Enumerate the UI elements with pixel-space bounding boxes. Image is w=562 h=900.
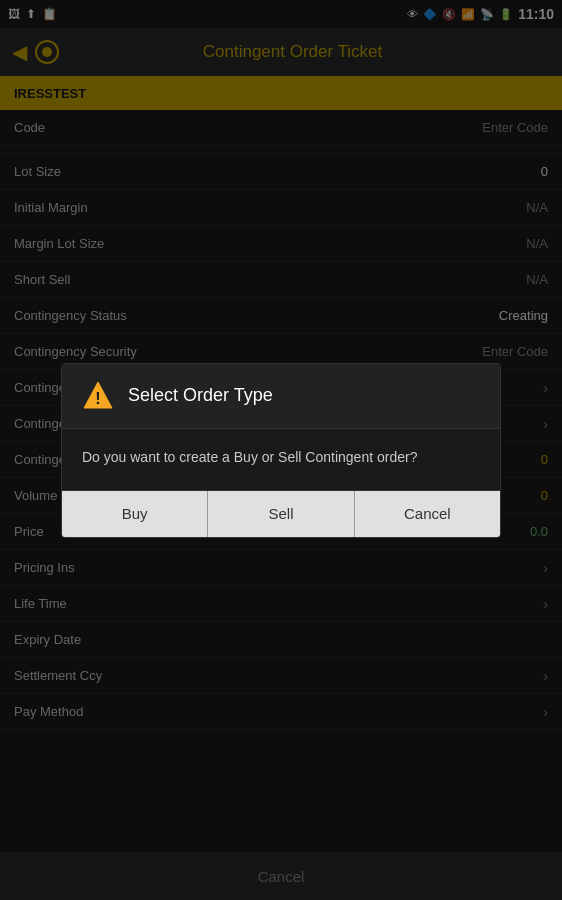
modal-body: Do you want to create a Buy or Sell Cont… xyxy=(62,429,500,490)
cancel-button[interactable]: Cancel xyxy=(355,491,500,537)
modal-overlay: ! Select Order Type Do you want to creat… xyxy=(0,0,562,900)
modal-header: ! Select Order Type xyxy=(62,364,500,429)
warning-icon: ! xyxy=(82,380,114,412)
buy-button[interactable]: Buy xyxy=(62,491,208,537)
modal-dialog: ! Select Order Type Do you want to creat… xyxy=(61,363,501,538)
modal-footer: Buy Sell Cancel xyxy=(62,490,500,537)
sell-button[interactable]: Sell xyxy=(208,491,354,537)
svg-text:!: ! xyxy=(95,390,100,407)
modal-message: Do you want to create a Buy or Sell Cont… xyxy=(82,447,480,468)
modal-title: Select Order Type xyxy=(128,385,273,406)
